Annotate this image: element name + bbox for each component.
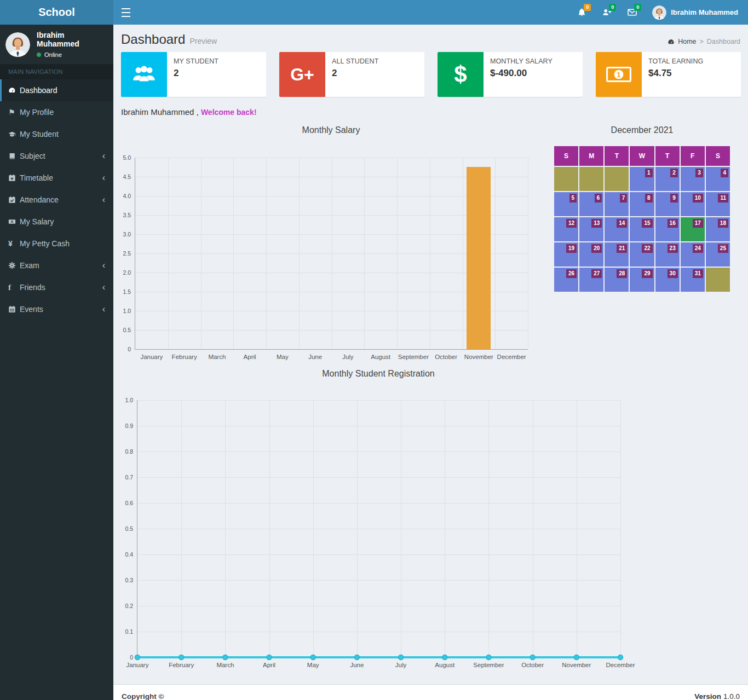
calendar-weekday-header: T [655, 146, 680, 166]
chevron-left-icon: ‹ [102, 173, 105, 182]
sidebar-item-friends[interactable]: f Friends ‹ [0, 276, 113, 298]
day-number-badge: 30 [668, 269, 678, 278]
day-number-badge: 13 [591, 219, 602, 228]
x-axis-tick-label: December [606, 662, 635, 668]
info-box-my-student: MY STUDENT 2 [121, 52, 266, 97]
y-axis-tick-label: 0.9 [125, 423, 137, 429]
x-axis-tick-label: February [172, 354, 197, 360]
welcome-highlight: Welcome back! [201, 108, 257, 117]
yen-icon: ¥ [8, 239, 20, 248]
y-axis-tick-label: 0.3 [125, 577, 137, 583]
money-icon [8, 218, 20, 225]
calendar-weekday-header: M [579, 146, 603, 166]
day-number-badge: 17 [693, 219, 703, 228]
sidebar-item-label: Attendance [20, 195, 102, 204]
friend-requests-button[interactable]: 0 [596, 0, 617, 25]
day-number-badge: 10 [693, 194, 703, 203]
dollar-icon: $ [438, 52, 484, 97]
y-axis-tick-label: 2.0 [123, 269, 135, 276]
user-status[interactable]: Online [37, 51, 108, 58]
sidebar-item-my-salary[interactable]: My Salary [0, 211, 113, 233]
calendar-day-cell: 5 [554, 192, 578, 216]
y-axis-tick-label: 0.6 [125, 500, 137, 506]
calendar-day-cell: 19 [554, 242, 578, 267]
hamburger-icon [122, 8, 130, 17]
day-number-badge: 12 [566, 219, 577, 228]
welcome-message: Ibrahim Muhammed , Welcome back! [121, 107, 257, 117]
page-subtitle: Preview [189, 37, 217, 45]
x-axis-tick-label: September [473, 662, 504, 668]
footer: Copyright © Version1.0.0 [113, 684, 748, 700]
day-number-badge: 22 [642, 244, 652, 253]
breadcrumb: Home > Dashboard [668, 38, 740, 45]
sidebar-item-subject[interactable]: Subject ‹ [0, 145, 113, 167]
calendar-day-cell: 15 [630, 217, 654, 241]
day-number-badge: 15 [642, 219, 652, 228]
x-axis-tick-label: November [562, 662, 591, 668]
day-number-badge: 21 [617, 244, 627, 253]
day-number-badge: 3 [695, 169, 703, 177]
sidebar-item-events[interactable]: Events ‹ [0, 298, 113, 320]
brand-logo[interactable]: School [0, 0, 113, 25]
day-number-badge: 23 [668, 244, 678, 253]
sidebar-item-dashboard[interactable]: Dashboard [0, 79, 113, 101]
calendar-day-cell: 22 [630, 242, 654, 267]
x-axis-tick-label: May [277, 354, 289, 360]
home-dashboard-icon [668, 38, 675, 45]
data-point [399, 655, 404, 660]
info-box-total-earning: 1 TOTAL EARNING $4.75 [596, 52, 741, 97]
day-number-badge: 9 [670, 194, 678, 203]
breadcrumb-separator: > [700, 38, 704, 45]
calendar-day-cell: 9 [655, 192, 680, 216]
data-point [267, 655, 272, 660]
calendar-day-cell: 28 [605, 268, 629, 292]
page-title: DashboardPreview [121, 32, 217, 47]
x-axis-tick-label: August [371, 354, 390, 360]
info-box-label: MY STUDENT [174, 57, 218, 65]
day-number-badge: 28 [617, 269, 627, 278]
sidebar-item-my-student[interactable]: My Student [0, 123, 113, 145]
online-status-icon [37, 53, 41, 57]
user-menu-button[interactable]: Ibrahim Muhammed [647, 0, 744, 25]
data-point [486, 655, 491, 660]
day-number-badge: 19 [566, 244, 577, 253]
sidebar-item-exam[interactable]: Exam ‹ [0, 254, 113, 276]
info-box-label: ALL STUDENT [332, 57, 378, 65]
day-number-badge: 27 [591, 269, 602, 278]
copyright-text: Copyright © [122, 692, 164, 700]
calendar-blank-cell [605, 167, 629, 191]
x-axis-tick-label: October [435, 354, 457, 360]
chevron-left-icon: ‹ [102, 195, 105, 204]
calendar-day-cell: 14 [605, 217, 629, 241]
data-point [442, 655, 447, 660]
info-box-value: 2 [174, 68, 218, 79]
sidebar-item-my-profile[interactable]: ⚑ My Profile [0, 101, 113, 123]
info-box-all-student: G+ ALL STUDENT 2 [279, 52, 424, 97]
messages-button[interactable]: 0 [622, 0, 642, 25]
calendar-weekday-header: S [554, 146, 578, 166]
sidebar-item-my-petty-cash[interactable]: ¥ My Petty Cash [0, 233, 113, 254]
y-axis-tick-label: 1.0 [125, 397, 137, 403]
day-number-badge: 16 [668, 219, 678, 228]
breadcrumb-home-link[interactable]: Home [678, 38, 696, 45]
day-number-badge: 11 [718, 194, 728, 203]
day-number-badge: 4 [721, 169, 728, 177]
sidebar-item-attendance[interactable]: Attendance ‹ [0, 189, 113, 211]
sidebar-item-timetable[interactable]: Timetable ‹ [0, 167, 113, 189]
line-series [137, 400, 620, 657]
calendar-day-cell: 10 [681, 192, 705, 216]
x-axis-tick-label: June [350, 662, 364, 668]
x-axis-tick-label: January [126, 662, 149, 668]
breadcrumb-current: Dashboard [707, 38, 740, 45]
calendar-body: 1234567891011121314151617181920212223242… [554, 167, 730, 292]
calendar-day-cell: 11 [706, 192, 730, 216]
salary-chart-title: Monthly Salary [135, 125, 527, 135]
main-content: DashboardPreview Home > Dashboard MY STU… [113, 25, 748, 700]
chevron-left-icon: ‹ [102, 283, 105, 292]
y-axis-tick-label: 0.5 [123, 327, 135, 333]
y-axis-tick-label: 4.0 [123, 193, 135, 199]
y-axis-tick-label: 0.8 [125, 448, 137, 455]
sidebar-toggle-button[interactable] [113, 0, 139, 25]
notifications-button[interactable]: 0 [571, 0, 592, 25]
sidebar-user-name: Ibrahim Muhammed [37, 31, 108, 48]
